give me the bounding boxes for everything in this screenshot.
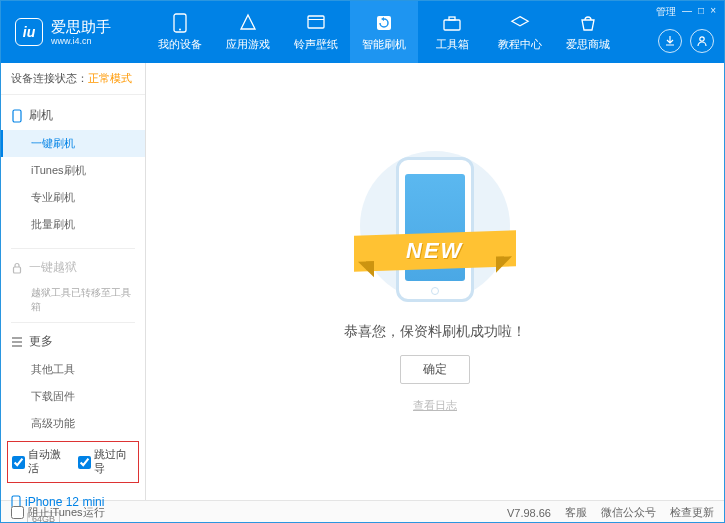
nav-label: 我的设备 <box>158 37 202 52</box>
jailbreak-note: 越狱工具已转移至工具箱 <box>1 282 145 318</box>
nav-flash[interactable]: 智能刷机 <box>350 1 418 63</box>
sidebar: 设备连接状态：正常模式 刷机 一键刷机 iTunes刷机 专业刷机 批量刷机 一… <box>1 63 146 500</box>
user-button[interactable] <box>690 29 714 53</box>
nav-store[interactable]: 爱思商城 <box>554 1 622 63</box>
skip-guide-checkbox[interactable] <box>78 456 91 469</box>
main-content: NEW 恭喜您，保资料刷机成功啦！ 确定 查看日志 <box>146 63 724 500</box>
window-maximize-button[interactable]: □ <box>698 5 704 19</box>
refresh-icon <box>374 13 394 33</box>
sidebar-item-other-tools[interactable]: 其他工具 <box>1 356 145 383</box>
phone-icon <box>170 13 190 33</box>
lock-icon <box>11 262 23 274</box>
check-update-link[interactable]: 检查更新 <box>670 505 714 520</box>
nav-label: 教程中心 <box>498 37 542 52</box>
ribbon-text: NEW <box>406 238 463 264</box>
version-label: V7.98.66 <box>507 507 551 519</box>
window-close-button[interactable]: × <box>710 5 716 19</box>
sidebar-item-download-fw[interactable]: 下载固件 <box>1 383 145 410</box>
logo-area: iu 爱思助手 www.i4.cn <box>1 18 146 46</box>
status-value: 正常模式 <box>88 72 132 84</box>
success-message: 恭喜您，保资料刷机成功啦！ <box>344 323 526 341</box>
sidebar-item-pro-flash[interactable]: 专业刷机 <box>1 184 145 211</box>
block-itunes-row[interactable]: 阻止iTunes运行 <box>11 505 105 520</box>
auto-activate-checkbox[interactable] <box>12 456 25 469</box>
graduation-icon <box>510 13 530 33</box>
checkbox-auto-activate[interactable]: 自动激活 <box>12 448 68 476</box>
nav-ringtones[interactable]: 铃声壁纸 <box>282 1 350 63</box>
svg-rect-5 <box>444 20 460 30</box>
apps-icon <box>238 13 258 33</box>
nav-label: 工具箱 <box>436 37 469 52</box>
store-icon <box>578 13 598 33</box>
sidebar-item-batch-flash[interactable]: 批量刷机 <box>1 211 145 238</box>
customer-service-link[interactable]: 客服 <box>565 505 587 520</box>
checkbox-skip-guide[interactable]: 跳过向导 <box>78 448 134 476</box>
menu-icon <box>11 337 23 347</box>
svg-rect-9 <box>14 267 21 273</box>
header-actions <box>658 29 714 53</box>
svg-rect-2 <box>308 16 324 28</box>
options-row: 自动激活 跳过向导 <box>7 441 139 483</box>
svg-point-7 <box>700 37 704 41</box>
window-menu-button[interactable]: 管理 <box>656 5 676 19</box>
ok-button[interactable]: 确定 <box>400 355 470 384</box>
app-logo-icon: iu <box>15 18 43 46</box>
phone-illustration: NEW <box>370 151 500 311</box>
new-ribbon: NEW <box>354 230 516 272</box>
connection-status: 设备连接状态：正常模式 <box>1 63 145 95</box>
sidebar-head-flash[interactable]: 刷机 <box>1 101 145 130</box>
nav-tabs: 我的设备 应用游戏 铃声壁纸 智能刷机 工具箱 教程中心 爱思商城 <box>146 1 724 63</box>
download-button[interactable] <box>658 29 682 53</box>
nav-label: 铃声壁纸 <box>294 37 338 52</box>
nav-label: 爱思商城 <box>566 37 610 52</box>
wechat-link[interactable]: 微信公众号 <box>601 505 656 520</box>
svg-point-1 <box>179 28 181 30</box>
status-label: 设备连接状态： <box>11 72 88 84</box>
sidebar-head-jailbreak: 一键越狱 <box>1 253 145 282</box>
app-header: iu 爱思助手 www.i4.cn 我的设备 应用游戏 铃声壁纸 智能刷机 工具… <box>1 1 724 63</box>
block-itunes-label: 阻止iTunes运行 <box>28 505 105 520</box>
window-minimize-button[interactable]: — <box>682 5 692 19</box>
nav-toolbox[interactable]: 工具箱 <box>418 1 486 63</box>
nav-label: 智能刷机 <box>362 37 406 52</box>
nav-tutorials[interactable]: 教程中心 <box>486 1 554 63</box>
more-head-label: 更多 <box>29 333 53 350</box>
svg-rect-3 <box>308 19 324 20</box>
success-hero: NEW 恭喜您，保资料刷机成功啦！ 确定 查看日志 <box>344 151 526 413</box>
flash-head-label: 刷机 <box>29 107 53 124</box>
phone-small-icon <box>11 109 23 123</box>
view-log-link[interactable]: 查看日志 <box>344 398 526 413</box>
svg-rect-8 <box>13 110 21 122</box>
sidebar-item-itunes-flash[interactable]: iTunes刷机 <box>1 157 145 184</box>
jailbreak-head-label: 一键越狱 <box>29 259 77 276</box>
app-url: www.i4.cn <box>51 36 111 46</box>
nav-label: 应用游戏 <box>226 37 270 52</box>
toolbox-icon <box>442 13 462 33</box>
sidebar-item-oneclick-flash[interactable]: 一键刷机 <box>1 130 145 157</box>
app-name: 爱思助手 <box>51 19 111 34</box>
sidebar-item-advanced[interactable]: 高级功能 <box>1 410 145 437</box>
nav-apps[interactable]: 应用游戏 <box>214 1 282 63</box>
nav-my-device[interactable]: 我的设备 <box>146 1 214 63</box>
window-controls: 管理 — □ × <box>656 5 716 19</box>
svg-rect-6 <box>449 17 455 20</box>
wallpaper-icon <box>306 13 326 33</box>
sidebar-head-more[interactable]: 更多 <box>1 327 145 356</box>
block-itunes-checkbox[interactable] <box>11 506 24 519</box>
